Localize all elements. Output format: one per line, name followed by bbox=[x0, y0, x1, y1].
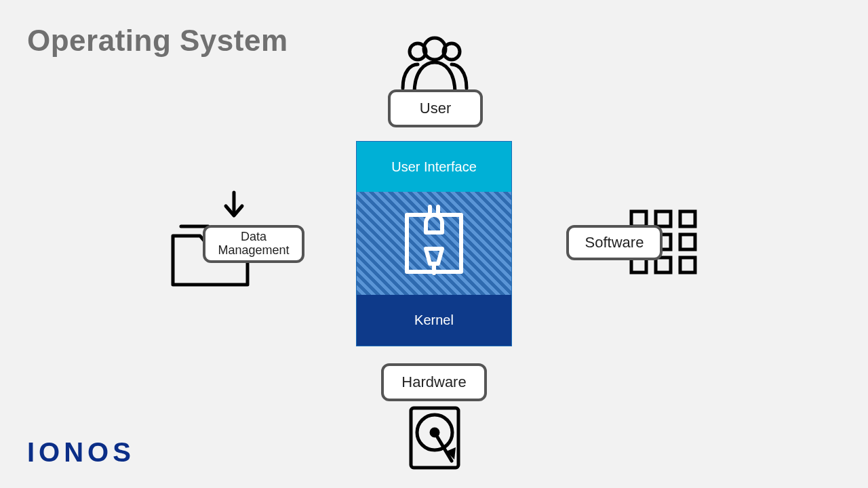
node-user: User bbox=[388, 89, 483, 127]
node-software: Software bbox=[566, 225, 663, 260]
brand-logo: IONOS bbox=[27, 437, 135, 468]
layer-ui-label: User Interface bbox=[391, 159, 477, 175]
svg-rect-13 bbox=[680, 211, 695, 226]
layer-kernel-label: Kernel bbox=[414, 312, 454, 328]
layer-kernel: Kernel bbox=[357, 295, 511, 346]
node-hardware-label: Hardware bbox=[401, 374, 466, 390]
node-data-management: Data Management bbox=[203, 225, 304, 263]
svg-rect-11 bbox=[631, 211, 646, 226]
layer-user-interface: User Interface bbox=[357, 142, 511, 192]
node-hardware: Hardware bbox=[381, 363, 487, 401]
plug-socket-icon bbox=[393, 203, 475, 284]
svg-rect-12 bbox=[656, 211, 671, 226]
diagram-title: Operating System bbox=[27, 24, 288, 58]
layer-middle bbox=[357, 192, 511, 295]
users-icon bbox=[391, 34, 479, 98]
svg-rect-19 bbox=[680, 258, 695, 272]
node-data-management-label: Data Management bbox=[218, 230, 289, 258]
svg-rect-16 bbox=[680, 235, 695, 249]
harddisk-icon bbox=[407, 404, 462, 474]
node-user-label: User bbox=[420, 100, 451, 117]
node-software-label: Software bbox=[585, 235, 644, 251]
os-stack: User Interface Kernel bbox=[356, 141, 512, 346]
svg-rect-18 bbox=[656, 258, 671, 272]
